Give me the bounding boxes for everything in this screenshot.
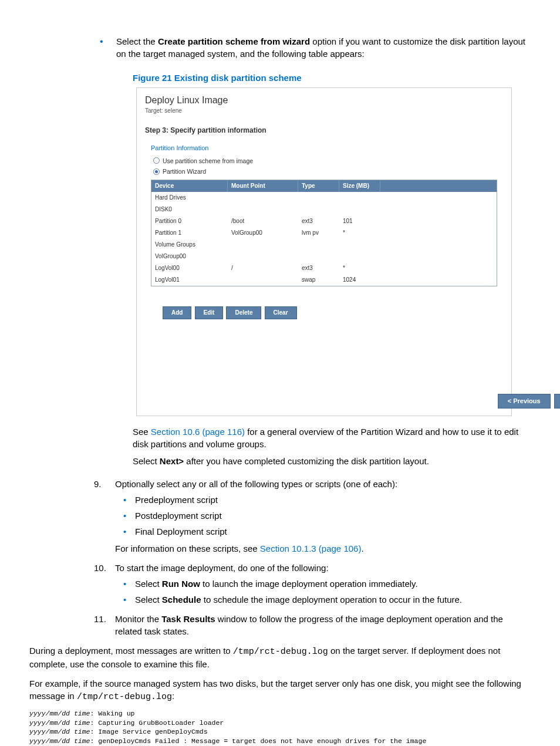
add-button[interactable]: Add: [163, 306, 191, 319]
row-disk0[interactable]: DISK0: [151, 204, 497, 215]
ss-section-heading: Partition Information: [151, 144, 503, 153]
radio-unchecked-icon: [153, 157, 160, 164]
row-logvol00[interactable]: LogVol00 / ext3 *: [151, 262, 497, 274]
intro-text-bold: Create partition scheme from wizard: [158, 36, 310, 46]
log-block: yyyy/mm/dd time: Waking up yyyy/mm/dd ti…: [29, 709, 531, 745]
row-harddrives[interactable]: Hard Drives: [151, 192, 497, 204]
clear-button[interactable]: Clear: [265, 306, 297, 319]
body-p1: During a deployment, most messages are w…: [29, 644, 531, 670]
partition-table-body: Hard Drives DISK0 Partition 0 /boot ext3…: [151, 192, 497, 286]
figure-caption: Figure 21 Existing disk partition scheme: [88, 72, 531, 84]
previous-button[interactable]: < Previous: [498, 394, 551, 409]
th-size: Size (MB): [339, 180, 380, 192]
radio-option-wizard[interactable]: Partition Wizard: [153, 167, 503, 176]
after-fig-p1: See Section 10.6 (page 116) for a genera…: [88, 426, 531, 450]
step-9-after: For information on these scripts, see Se…: [115, 542, 531, 555]
link-section-10-1-3[interactable]: Section 10.1.3 (page 106): [260, 544, 362, 553]
next-button[interactable]: Next >: [554, 394, 560, 409]
step-9-scripts: Predeployment script Postdeployment scri…: [115, 494, 531, 538]
partition-table-header: Device Mount Point Type Size (MB): [151, 180, 497, 192]
wizard-nav: < Previous Next >: [498, 394, 560, 409]
radio-label-1: Use partition scheme from image: [163, 157, 253, 166]
ss-step-heading: Step 3: Specify partition information: [145, 126, 503, 136]
th-device: Device: [151, 180, 228, 192]
radio-checked-icon: [153, 168, 160, 175]
radio-label-2: Partition Wizard: [163, 167, 206, 176]
steps-list: 9. Optionally select any or all of the f…: [88, 478, 531, 637]
intro-text-prefix: Select the: [116, 36, 158, 46]
step-10: 10. To start the image deployment, do on…: [88, 562, 531, 606]
script-finaldeploy: Final Deployment script: [135, 525, 531, 538]
th-mount: Mount Point: [228, 180, 298, 192]
after-fig-p2: Select Next> after you have completed cu…: [88, 455, 531, 467]
th-type: Type: [298, 180, 339, 192]
delete-button[interactable]: Delete: [226, 306, 261, 319]
row-partition1[interactable]: Partition 1 VolGroup00 lvm pv *: [151, 227, 497, 239]
radio-option-image-scheme[interactable]: Use partition scheme from image: [153, 157, 503, 166]
step-11: 11. Monitor the Task Results window to f…: [88, 613, 531, 637]
script-postdeploy: Postdeployment script: [135, 509, 531, 522]
intro-bullet: Select the Create partition scheme from …: [116, 35, 531, 60]
row-volumegroups[interactable]: Volume Groups: [151, 239, 497, 251]
edit-button[interactable]: Edit: [195, 306, 224, 319]
option-run-now: Select Run Now to launch the image deplo…: [135, 578, 531, 590]
row-logvol01[interactable]: LogVol01 swap 1024: [151, 274, 497, 286]
row-partition0[interactable]: Partition 0 /boot ext3 101: [151, 215, 497, 227]
row-volgroup00[interactable]: VolGroup00: [151, 251, 497, 262]
intro-bullet-list: Select the Create partition scheme from …: [88, 35, 531, 60]
ss-target: Target: selene: [145, 107, 503, 115]
step-9: 9. Optionally select any or all of the f…: [88, 478, 531, 555]
partition-button-row: Add Edit Delete Clear: [163, 306, 503, 319]
script-predeploy: Predeployment script: [135, 494, 531, 506]
option-schedule: Select Schedule to schedule the image de…: [135, 593, 531, 606]
partition-screenshot: Deploy Linux Image Target: selene Step 3…: [136, 87, 512, 416]
partition-table: Device Mount Point Type Size (MB) Hard D…: [151, 180, 497, 286]
step-10-options: Select Run Now to launch the image deplo…: [115, 578, 531, 606]
ss-title: Deploy Linux Image: [145, 94, 503, 107]
link-section-10-6[interactable]: Section 10.6 (page 116): [151, 427, 245, 437]
body-p2: For example, if the source managed syste…: [29, 677, 531, 703]
